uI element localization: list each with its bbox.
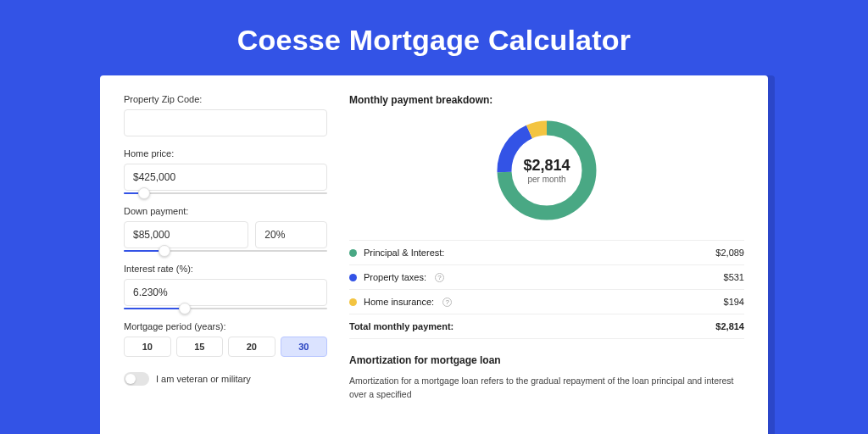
donut-center-value: $2,814 [523, 157, 570, 175]
legend-dot [349, 249, 357, 257]
home-price-input[interactable] [124, 164, 327, 191]
interest-rate-slider[interactable] [124, 308, 327, 309]
down-payment-field: Down payment: [124, 206, 327, 252]
veteran-row: I am veteran or military [124, 372, 327, 386]
legend: Principal & Interest:$2,089Property taxe… [349, 240, 744, 339]
period-option-20[interactable]: 20 [228, 337, 275, 357]
period-label: Mortgage period (years): [124, 321, 327, 331]
legend-value: $2,089 [715, 248, 744, 258]
donut-center-sub: per month [527, 175, 565, 184]
interest-rate-input[interactable] [124, 279, 327, 306]
period-option-10[interactable]: 10 [124, 337, 171, 357]
period-option-30[interactable]: 30 [281, 337, 328, 357]
home-price-field: Home price: [124, 148, 327, 194]
interest-rate-label: Interest rate (%): [124, 264, 327, 274]
legend-row: Principal & Interest:$2,089 [349, 241, 744, 265]
legend-total-row: Total monthly payment:$2,814 [349, 314, 744, 339]
donut-chart: $2,814 per month [492, 116, 601, 225]
calculator-panel: Property Zip Code: Home price: Down paym… [100, 75, 768, 434]
legend-value: $531 [724, 272, 744, 282]
info-icon[interactable]: ? [435, 273, 444, 282]
legend-label: Property taxes: [364, 272, 426, 282]
legend-label: Home insurance: [364, 297, 434, 307]
amortization-text: Amortization for a mortgage loan refers … [349, 375, 744, 402]
toggle-knob [125, 374, 136, 384]
total-value: $2,814 [715, 321, 744, 331]
home-price-label: Home price: [124, 148, 327, 159]
veteran-label: I am veteran or military [156, 374, 251, 384]
amortization-section: Amortization for mortgage loan Amortizat… [349, 354, 744, 402]
legend-label: Principal & Interest: [364, 248, 444, 258]
breakdown-title: Monthly payment breakdown: [349, 94, 744, 106]
home-price-slider[interactable] [124, 192, 327, 194]
breakdown-column: Monthly payment breakdown: $2,814 per mo… [349, 94, 744, 402]
period-option-15[interactable]: 15 [176, 337, 224, 357]
amortization-title: Amortization for mortgage loan [349, 354, 744, 366]
veteran-toggle[interactable] [124, 372, 149, 386]
total-label: Total monthly payment: [349, 321, 453, 331]
legend-value: $194 [724, 297, 744, 307]
zip-field: Property Zip Code: [124, 94, 327, 136]
period-field: Mortgage period (years): 10152030 [124, 321, 327, 357]
form-column: Property Zip Code: Home price: Down paym… [124, 94, 327, 402]
slider-thumb[interactable] [138, 187, 150, 199]
zip-label: Property Zip Code: [124, 94, 327, 104]
legend-dot [349, 274, 357, 281]
legend-row: Home insurance:?$194 [349, 290, 744, 314]
down-payment-amount-input[interactable] [124, 221, 248, 248]
down-payment-pct-input[interactable] [255, 221, 327, 248]
down-payment-label: Down payment: [124, 206, 327, 216]
zip-input[interactable] [124, 109, 327, 136]
info-icon[interactable]: ? [442, 298, 452, 307]
legend-row: Property taxes:?$531 [349, 265, 744, 290]
slider-thumb[interactable] [179, 303, 191, 314]
interest-rate-field: Interest rate (%): [124, 264, 327, 309]
down-payment-slider[interactable] [124, 250, 327, 252]
donut-chart-wrap: $2,814 per month [349, 116, 744, 225]
slider-thumb[interactable] [159, 245, 170, 257]
legend-dot [349, 298, 357, 306]
page-title: Coesse Mortgage Calculator [0, 24, 868, 57]
